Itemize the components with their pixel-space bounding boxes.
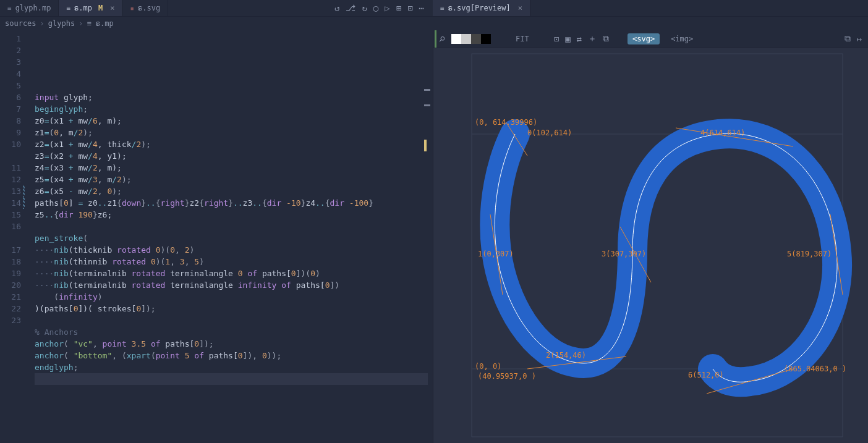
swatch-white[interactable] — [451, 34, 461, 44]
line-gutter: 12345678910 111213141516 17181920212223 — [0, 30, 30, 443]
more-icon[interactable]: ⋯ — [419, 3, 424, 13]
overview-ruler-mark — [424, 89, 430, 91]
editor-pane: 12345678910 111213141516 17181920212223 … — [0, 30, 433, 443]
label-p0: 0(102,614) — [527, 129, 572, 137]
chevron-right-icon: › — [40, 19, 45, 28]
label-p6: 6(512,0) — [688, 371, 724, 379]
plus-icon[interactable]: ＋ — [588, 33, 597, 44]
bg-swatches — [451, 34, 491, 44]
copy-icon[interactable]: ⧉ — [845, 33, 851, 44]
refresh-icon[interactable]: ↻ — [362, 3, 367, 13]
preview-toolbar: ⚲ FIT ⊡ ▣ ⇄ ＋ ⧉ <svg> <img> ⧉ ↦ — [433, 30, 868, 48]
pin-icon[interactable]: ⚲ — [437, 33, 447, 43]
split-icon[interactable]: ⊞ — [396, 3, 401, 13]
tab-glyph-mp[interactable]: ≡ glyph.mp — [0, 0, 59, 16]
right-tab-group: ≡ ຣ.svg[Preview] × — [433, 0, 868, 17]
preview-pane: ⚲ FIT ⊡ ▣ ⇄ ＋ ⧉ <svg> <img> ⧉ ↦ — [433, 30, 868, 443]
breadcrumb: sources › glyphs › ≡ ຣ.mp — [0, 17, 868, 30]
label-p3: 3(307,307) — [602, 250, 646, 258]
label-p4: 4(614,614) — [700, 129, 745, 137]
breadcrumb-item[interactable]: ≡ ຣ.mp — [87, 19, 113, 28]
label-corner-tl: (0, 614.39996) — [475, 118, 537, 127]
export-icon[interactable]: ↦ — [857, 34, 862, 44]
file-icon: ≡ — [440, 4, 445, 12]
file-icon: ≡ — [66, 4, 70, 12]
svg-viewport[interactable]: (0, 614.39996) 0(102,614) 4(614,614) 1(0… — [433, 48, 868, 443]
history-icon[interactable]: ↺ — [334, 3, 339, 13]
tab-s-mp[interactable]: ≡ ຣ.mp M × — [59, 0, 122, 16]
circle-icon[interactable]: ◯ — [373, 3, 378, 13]
label-p2: 2(154,46) — [546, 351, 586, 360]
copy-icon[interactable]: ⧉ — [603, 33, 609, 44]
tab-svg-preview[interactable]: ≡ ຣ.svg[Preview] × — [433, 0, 530, 16]
label-p1: 1(0,307) — [478, 250, 514, 258]
fit-button[interactable]: FIT — [516, 35, 529, 43]
tab-label: ຣ.svg[Preview] — [448, 4, 511, 12]
mode-img-button[interactable]: <img> — [666, 33, 698, 44]
code-content[interactable]: input glyph;beginglyph;z0=(x1 + mw/6, m)… — [30, 30, 433, 443]
swatch-dark[interactable] — [471, 34, 481, 44]
glyph-svg: (0, 614.39996) 0(102,614) 4(614,614) 1(0… — [441, 48, 861, 443]
close-icon[interactable]: × — [110, 4, 114, 12]
close-icon[interactable]: × — [518, 4, 522, 12]
tab-label: glyph.mp — [15, 4, 51, 12]
swatch-light[interactable] — [461, 34, 471, 44]
tab-label: ຣ.svg — [138, 4, 160, 12]
left-tab-group: ≡ glyph.mp ≡ ຣ.mp M × ▪ ຣ.svg ↺ ⎇ ↻ ◯ ▷ … — [0, 0, 433, 17]
tab-label: ຣ.mp — [74, 4, 92, 12]
label-p5: 5(819,307) — [787, 250, 832, 258]
frame-icon[interactable]: ▣ — [565, 34, 570, 44]
modified-badge: M — [98, 4, 103, 12]
swatch-black[interactable] — [481, 34, 491, 44]
cursor-indicator — [424, 140, 427, 151]
svg-file-icon: ▪ — [130, 4, 134, 12]
editor-actions: ↺ ⎇ ↻ ◯ ▷ ⊞ ⊡ ⋯ — [334, 0, 433, 16]
code-area[interactable]: 12345678910 111213141516 17181920212223 … — [0, 30, 433, 443]
label-corner-bl: (0, 0) — [475, 362, 501, 371]
tab-s-svg[interactable]: ▪ ຣ.svg — [122, 0, 168, 16]
chevron-right-icon: › — [79, 19, 83, 28]
bbox-icon[interactable]: ⊡ — [554, 34, 559, 44]
overview-ruler-mark — [424, 104, 430, 106]
file-icon: ≡ — [7, 4, 12, 12]
branch-icon[interactable]: ⎇ — [346, 3, 355, 13]
mode-svg-button[interactable]: <svg> — [628, 33, 660, 44]
main-split: 12345678910 111213141516 17181920212223 … — [0, 30, 868, 443]
breadcrumb-item[interactable]: glyphs — [48, 19, 75, 28]
swap-icon[interactable]: ⇄ — [577, 34, 582, 44]
tab-bar: ≡ glyph.mp ≡ ຣ.mp M × ▪ ຣ.svg ↺ ⎇ ↻ ◯ ▷ … — [0, 0, 868, 17]
breadcrumb-item[interactable]: sources — [5, 19, 36, 28]
run-icon[interactable]: ▷ — [385, 3, 389, 13]
layout-icon[interactable]: ⊡ — [407, 3, 412, 13]
label-bl2: (40.95937,0 ) — [478, 372, 536, 381]
label-br: (865.04063,0 ) — [784, 365, 846, 373]
